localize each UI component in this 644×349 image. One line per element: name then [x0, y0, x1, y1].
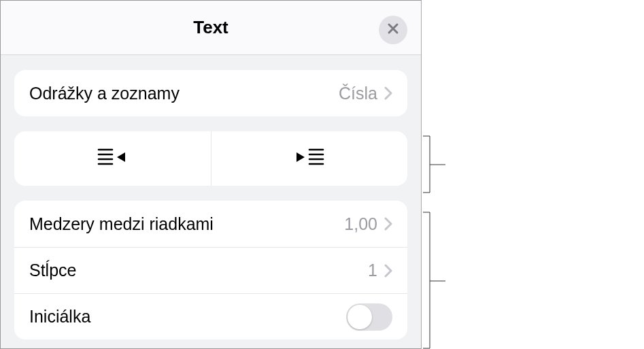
close-button[interactable]: [379, 16, 407, 44]
drop-cap-label: Iniciálka: [29, 307, 90, 327]
indent-button-row: [14, 131, 407, 186]
bullets-lists-row[interactable]: Odrážky a zoznamy Čísla: [14, 70, 407, 116]
line-spacing-value: 1,00: [344, 214, 377, 234]
chevron-right-icon: [384, 86, 392, 100]
panel-title: Text: [193, 17, 228, 38]
indent-section: [14, 131, 407, 186]
columns-label: Stĺpce: [29, 261, 76, 280]
line-spacing-value-wrap: 1,00: [344, 214, 392, 234]
line-spacing-label: Medzery medzi riadkami: [29, 214, 214, 234]
text-panel: Text Odrážky a zoznamy Čísla: [0, 0, 422, 349]
panel-header: Text: [1, 1, 421, 55]
indent-button[interactable]: [211, 131, 408, 186]
columns-row[interactable]: Stĺpce 1: [14, 247, 407, 293]
bullets-value-wrap: Čísla: [339, 84, 392, 103]
bullets-value: Čísla: [339, 84, 377, 103]
columns-value-wrap: 1: [368, 261, 392, 280]
drop-cap-toggle-wrap: [346, 303, 392, 331]
outdent-icon: [97, 147, 128, 170]
columns-value: 1: [368, 261, 377, 280]
callout-brackets: [422, 0, 462, 349]
drop-cap-row: Iniciálka: [14, 293, 407, 339]
line-spacing-row[interactable]: Medzery medzi riadkami 1,00: [14, 201, 407, 247]
paragraph-section: Medzery medzi riadkami 1,00 Stĺpce 1 Ini…: [14, 201, 407, 339]
close-icon: [387, 22, 399, 37]
drop-cap-toggle[interactable]: [346, 303, 392, 331]
toggle-knob: [348, 305, 372, 329]
indent-icon: [294, 147, 325, 170]
bullets-label: Odrážky a zoznamy: [29, 84, 180, 103]
chevron-right-icon: [384, 217, 392, 231]
bullets-section: Odrážky a zoznamy Čísla: [14, 70, 407, 116]
outdent-button[interactable]: [14, 131, 211, 186]
chevron-right-icon: [384, 264, 392, 278]
